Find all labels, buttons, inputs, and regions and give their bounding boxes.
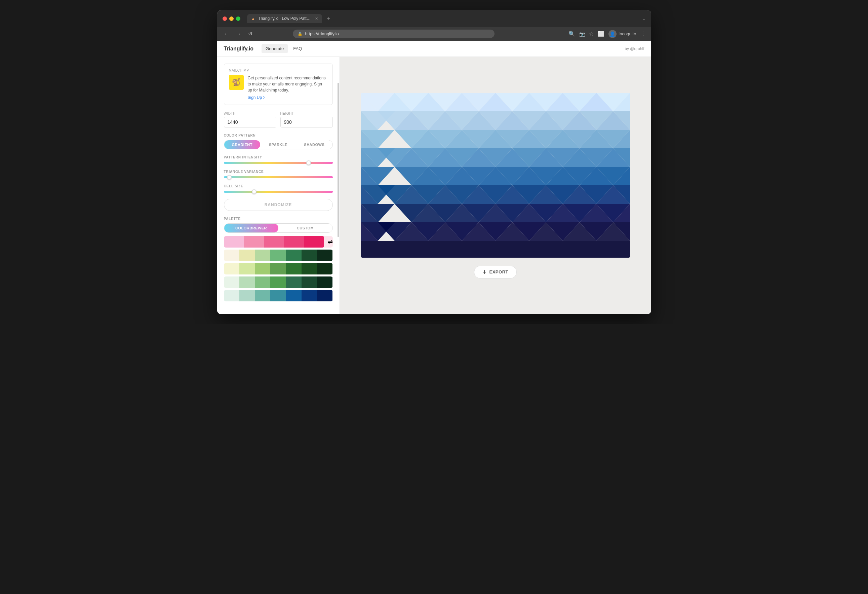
color-pattern-toggle: GRADIENT SPARKLE SHADOWS (224, 140, 333, 149)
chevron-down-icon[interactable]: ⌄ (642, 16, 646, 21)
export-button[interactable]: ⬇ EXPORT (474, 266, 517, 278)
pattern-intensity-thumb[interactable] (306, 160, 311, 165)
tab-favicon: ▲ (251, 16, 256, 21)
ad-provider: MAILCHIMP (229, 69, 328, 72)
nav-generate[interactable]: Generate (261, 44, 288, 53)
active-palette-row[interactable] (224, 236, 325, 248)
new-tab-button[interactable]: + (325, 15, 332, 22)
active-tab[interactable]: ▲ Trianglify.io · Low Poly Pattern ✕ (247, 14, 322, 23)
randomize-section: RANDOMIZE (224, 199, 333, 211)
cell-size-slider (224, 191, 333, 193)
search-icon[interactable]: 🔍 (568, 31, 575, 37)
sidebar: MAILCHIMP 🐒 Get personalized content rec… (217, 57, 340, 314)
dimension-row: WIDTH HEIGHT (224, 112, 333, 127)
address-bar: ← → ↺ 🔒 https://trianglify.io 🔍 📷 ☆ ⬜ 👤 … (217, 27, 651, 41)
shuffle-row[interactable]: ⇌ (224, 236, 333, 248)
palette-row-1[interactable] (224, 250, 333, 261)
randomize-button[interactable]: RANDOMIZE (224, 199, 333, 211)
avatar: 👤 (608, 30, 617, 38)
shadows-button[interactable]: SHADOWS (296, 140, 332, 149)
app-body: MAILCHIMP 🐒 Get personalized content rec… (217, 57, 651, 314)
cell-size-section: CELL SIZE (224, 184, 333, 193)
palette-row-3[interactable] (224, 276, 333, 288)
cell-size-label: CELL SIZE (224, 184, 333, 188)
export-label: EXPORT (490, 269, 508, 275)
gradient-button[interactable]: GRADIENT (224, 140, 260, 149)
url-bar[interactable]: 🔒 https://trianglify.io (293, 30, 495, 38)
width-label: WIDTH (224, 112, 276, 115)
triangle-variance-section: TRIANGLE VARIANCE (224, 170, 333, 178)
incognito-menu[interactable]: 👤 Incognito (608, 30, 636, 38)
ad-cta-link[interactable]: Sign Up > (248, 95, 328, 100)
low-poly-canvas (361, 93, 630, 258)
palette-label: PALETTE (224, 217, 333, 221)
palette-row-4[interactable] (224, 290, 333, 301)
app-nav: Generate FAQ (261, 44, 306, 53)
dimensions-section: WIDTH HEIGHT (224, 112, 333, 127)
pattern-intensity-track[interactable] (224, 162, 333, 164)
ad-text: Get personalized content recommendations… (248, 75, 328, 93)
shuffle-icon: ⇌ (328, 238, 333, 245)
browser-window: ▲ Trianglify.io · Low Poly Pattern ✕ + ⌄… (217, 10, 651, 314)
maximize-button[interactable] (236, 16, 241, 21)
height-input[interactable] (280, 117, 333, 127)
svg-rect-133 (361, 241, 630, 258)
pattern-intensity-slider (224, 162, 333, 164)
canvas-wrapper (361, 93, 630, 258)
triangle-variance-slider (224, 176, 333, 178)
traffic-lights (223, 16, 241, 21)
height-label: HEIGHT (280, 112, 333, 115)
more-options-icon[interactable]: ⋮ (641, 31, 646, 37)
close-button[interactable] (223, 16, 227, 21)
cell-size-thumb[interactable] (252, 189, 257, 194)
ad-logo: 🐒 (229, 75, 244, 90)
color-pattern-section: COLOR PATTERN GRADIENT SPARKLE SHADOWS (224, 133, 333, 149)
app-header: Trianglify.io Generate FAQ by @qrohlf (217, 41, 651, 57)
palette-section: PALETTE COLORBREWER CUSTOM ⇌ (224, 217, 333, 301)
tab-close-button[interactable]: ✕ (315, 16, 318, 21)
minimize-button[interactable] (229, 16, 234, 21)
app-logo: Trianglify.io (224, 46, 254, 52)
tab-area: ▲ Trianglify.io · Low Poly Pattern ✕ + (247, 14, 638, 23)
ad-content: 🐒 Get personalized content recommendatio… (229, 75, 328, 100)
app-byline: by @qrohlf (624, 46, 644, 51)
trianglify-svg (361, 93, 630, 258)
browser-actions: 🔍 📷 ☆ ⬜ 👤 Incognito ⋮ (568, 30, 646, 38)
forward-button[interactable]: → (235, 30, 243, 38)
back-button[interactable]: ← (223, 30, 230, 38)
triangle-variance-track[interactable] (224, 176, 333, 178)
lock-icon: 🔒 (298, 32, 303, 36)
pattern-intensity-section: PATTERN INTENSITY (224, 155, 333, 164)
camera-off-icon[interactable]: 📷 (579, 31, 585, 37)
palette-row-2[interactable] (224, 263, 333, 275)
url-text: https://trianglify.io (305, 31, 339, 36)
palette-toggle: COLORBREWER CUSTOM (224, 223, 333, 233)
triangle-variance-thumb[interactable] (227, 175, 232, 180)
bookmark-icon[interactable]: ☆ (589, 31, 594, 37)
ad-block: MAILCHIMP 🐒 Get personalized content rec… (224, 64, 333, 105)
refresh-button[interactable]: ↺ (247, 30, 254, 38)
canvas-area: ⬇ EXPORT (340, 57, 651, 314)
pattern-intensity-label: PATTERN INTENSITY (224, 155, 333, 159)
height-field: HEIGHT (280, 112, 333, 127)
export-icon: ⬇ (483, 269, 487, 275)
width-input[interactable] (224, 117, 276, 127)
custom-button[interactable]: CUSTOM (278, 224, 332, 232)
title-bar: ▲ Trianglify.io · Low Poly Pattern ✕ + ⌄ (217, 10, 651, 27)
nav-faq[interactable]: FAQ (289, 44, 306, 53)
color-pattern-label: COLOR PATTERN (224, 133, 333, 137)
tab-title: Trianglify.io · Low Poly Pattern (258, 16, 312, 21)
sparkle-button[interactable]: SPARKLE (260, 140, 296, 149)
colorbrewer-button[interactable]: COLORBREWER (224, 224, 278, 232)
incognito-label: Incognito (619, 31, 636, 36)
triangle-variance-label: TRIANGLE VARIANCE (224, 170, 333, 174)
cell-size-track[interactable] (224, 191, 333, 193)
split-view-icon[interactable]: ⬜ (598, 31, 604, 37)
width-field: WIDTH (224, 112, 276, 127)
scrollbar[interactable] (338, 83, 339, 237)
